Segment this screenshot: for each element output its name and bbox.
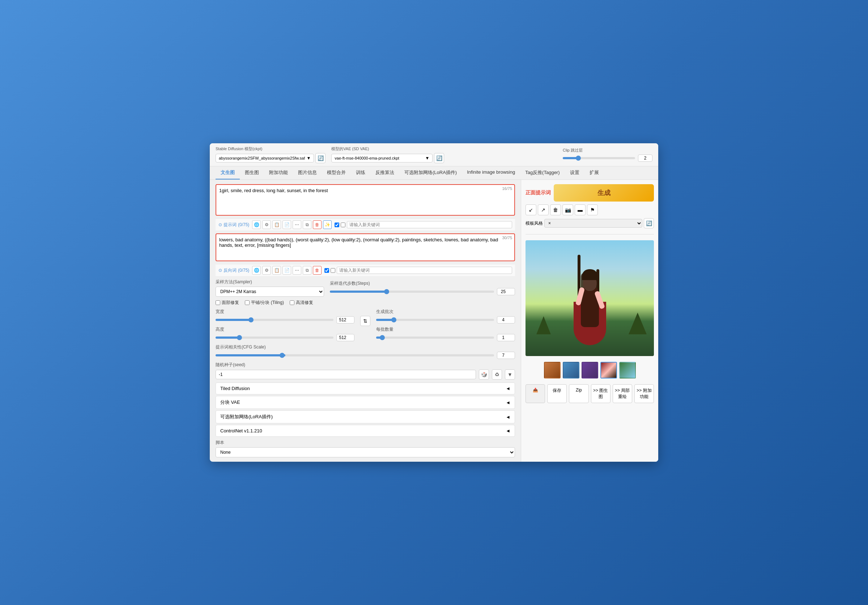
controlnet-row[interactable]: ControlNet v1.1.210 ◄ bbox=[215, 425, 515, 437]
tab-train[interactable]: 训练 bbox=[351, 166, 370, 180]
tab-extras[interactable]: 附加功能 bbox=[264, 166, 293, 180]
vae-dropdown-icon: ▼ bbox=[425, 155, 429, 161]
batch-count-thumb[interactable] bbox=[391, 317, 397, 323]
height-value[interactable] bbox=[336, 334, 355, 341]
neg-checkbox[interactable] bbox=[324, 268, 329, 273]
template-select[interactable]: × bbox=[544, 219, 642, 228]
prompt-settings-btn[interactable]: ⚙ bbox=[262, 220, 271, 229]
clip-value[interactable]: 2 bbox=[638, 155, 653, 162]
prompt-clear-btn[interactable]: 🗑 bbox=[313, 220, 321, 229]
reverse-icon: ⊙ bbox=[219, 268, 222, 273]
tiling-checkbox[interactable]: 平铺/分块 (Tiling) bbox=[245, 299, 284, 306]
tab-lora[interactable]: 可选附加网络(LoRA插件) bbox=[399, 166, 462, 180]
template-refresh-btn[interactable]: 🔄 bbox=[644, 218, 654, 228]
seed-dice-btn[interactable]: 🎲 bbox=[479, 369, 489, 380]
tab-merge[interactable]: 模型合并 bbox=[322, 166, 351, 180]
negative-prompt-input[interactable]: lowers, bad anatomy, ((bad hands)), (wor… bbox=[216, 234, 514, 259]
width-slider[interactable] bbox=[215, 319, 333, 321]
batch-size-thumb[interactable] bbox=[380, 335, 385, 340]
tab-txt2img[interactable]: 文生图 bbox=[215, 166, 240, 180]
tab-tagger[interactable]: Tag反推(Tagger) bbox=[520, 166, 564, 180]
thumb-2[interactable] bbox=[563, 362, 580, 379]
prompt-checkbox2[interactable] bbox=[341, 223, 346, 227]
seed-dropdown-btn[interactable]: ▼ bbox=[505, 369, 515, 380]
neg-settings-btn[interactable]: ⚙ bbox=[262, 266, 271, 275]
vae-refresh-btn[interactable]: 🔄 bbox=[434, 153, 444, 163]
model-refresh-btn[interactable]: 🔄 bbox=[315, 153, 326, 163]
prompt-paste-btn[interactable]: 📄 bbox=[282, 220, 291, 229]
prompt-icon: ⊙ bbox=[219, 222, 222, 227]
neg-extra-btn[interactable]: ⋯ bbox=[293, 266, 301, 275]
keyword-input[interactable] bbox=[347, 221, 512, 228]
prompt-checkbox[interactable] bbox=[335, 223, 339, 227]
prompt-dupe-btn[interactable]: ⧉ bbox=[303, 220, 312, 229]
cfg-value[interactable] bbox=[497, 352, 515, 359]
tab-pnginfo[interactable]: 图片信息 bbox=[293, 166, 322, 180]
share-btn[interactable]: 📤 bbox=[525, 384, 545, 403]
tab-img2img[interactable]: 图生图 bbox=[240, 166, 264, 180]
prompt-copy-btn[interactable]: 📋 bbox=[272, 220, 281, 229]
script-select[interactable]: None bbox=[215, 447, 515, 458]
prompt-globe-btn[interactable]: 🌐 bbox=[252, 220, 261, 229]
neg-keyword-input[interactable] bbox=[337, 267, 512, 274]
vae-block-row[interactable]: 分块 VAE ◄ bbox=[215, 396, 515, 409]
tiled-diffusion-row[interactable]: Tiled Diffusion ◄ bbox=[215, 382, 515, 394]
steps-value[interactable] bbox=[497, 288, 515, 295]
icon-btn-camera[interactable]: 📷 bbox=[563, 205, 573, 215]
neg-globe-btn[interactable]: 🌐 bbox=[252, 266, 261, 275]
batch-count-slider[interactable] bbox=[376, 319, 494, 321]
tab-browse[interactable]: Infinite image browsing bbox=[462, 166, 520, 180]
zip-btn[interactable]: Zip bbox=[569, 384, 588, 403]
cfg-slider-thumb[interactable] bbox=[280, 353, 285, 358]
clip-slider-track[interactable] bbox=[563, 157, 635, 159]
neg-dupe-btn[interactable]: ⧉ bbox=[303, 266, 312, 275]
width-slider-thumb[interactable] bbox=[248, 317, 254, 323]
prompt-extra-btn[interactable]: ⋯ bbox=[293, 220, 301, 229]
tab-extensions[interactable]: 扩展 bbox=[584, 166, 604, 180]
batch-count-value[interactable] bbox=[497, 316, 515, 324]
steps-slider[interactable] bbox=[330, 290, 494, 293]
icon-btn-grid[interactable]: ▬ bbox=[575, 205, 586, 215]
neg-clear-btn[interactable]: 🗑 bbox=[313, 266, 321, 275]
batch-size-value[interactable] bbox=[497, 334, 515, 341]
face-fix-checkbox[interactable]: 面部修复 bbox=[215, 299, 239, 306]
hires-checkbox[interactable]: 高清修复 bbox=[290, 299, 313, 306]
height-slider[interactable] bbox=[215, 337, 333, 339]
tab-interrogate[interactable]: 反推算法 bbox=[370, 166, 399, 180]
neg-paste-btn[interactable]: 📄 bbox=[282, 266, 291, 275]
positive-prompt-input[interactable]: 1girl, smile, red dress, long hair, suns… bbox=[216, 185, 514, 214]
icon-btn-flag[interactable]: ⚑ bbox=[587, 205, 598, 215]
to-inpaint-btn[interactable]: >> 局部重绘 bbox=[613, 384, 632, 403]
icon-btn-trash[interactable]: 🗑 bbox=[550, 205, 561, 215]
vae-select-box[interactable]: vae-ft-mse-840000-ema-pruned.ckpt ▼ bbox=[331, 154, 432, 163]
batch-size-slider[interactable] bbox=[376, 337, 494, 339]
thumb-4[interactable] bbox=[600, 362, 617, 379]
height-slider-thumb[interactable] bbox=[237, 335, 242, 340]
model-label: Stable Diffusion 模型(ckpt) bbox=[215, 146, 326, 152]
seed-recycle-btn[interactable]: ♻ bbox=[492, 369, 502, 380]
clip-slider-thumb[interactable] bbox=[576, 155, 581, 161]
to-img2img-btn[interactable]: >> 图生图 bbox=[591, 384, 611, 403]
width-value[interactable] bbox=[336, 316, 355, 324]
swap-dimensions-btn[interactable]: ⇅ bbox=[360, 316, 370, 326]
save-btn[interactable]: 保存 bbox=[547, 384, 567, 403]
icon-btn-back[interactable]: ↙ bbox=[525, 205, 536, 215]
sampler-select[interactable]: DPM++ 2M Karras bbox=[215, 287, 324, 297]
thumb-1[interactable] bbox=[544, 362, 561, 379]
tab-settings[interactable]: 设置 bbox=[565, 166, 584, 180]
image-container: ✕ bbox=[525, 240, 654, 356]
seed-input[interactable] bbox=[215, 370, 476, 379]
thumb-5[interactable] bbox=[619, 362, 636, 379]
thumb-3[interactable] bbox=[581, 362, 598, 379]
steps-slider-thumb[interactable] bbox=[384, 289, 389, 294]
prompt-magic-btn[interactable]: ✨ bbox=[323, 220, 332, 229]
icon-btn-forward[interactable]: ↗ bbox=[538, 205, 549, 215]
controlnet-label: ControlNet v1.1.210 bbox=[220, 428, 262, 433]
lora-row[interactable]: 可选附加网络(LoRA插件) ◄ bbox=[215, 410, 515, 424]
generate-button[interactable]: 生成 bbox=[554, 184, 654, 202]
cfg-slider[interactable] bbox=[215, 354, 494, 357]
model-select-box[interactable]: abyssorangemix2SFW_abyssorangemix2Sfw.sa… bbox=[215, 154, 314, 163]
to-extras-btn[interactable]: >> 附加功能 bbox=[634, 384, 654, 403]
neg-checkbox2[interactable] bbox=[330, 268, 335, 273]
neg-copy-btn[interactable]: 📋 bbox=[272, 266, 281, 275]
